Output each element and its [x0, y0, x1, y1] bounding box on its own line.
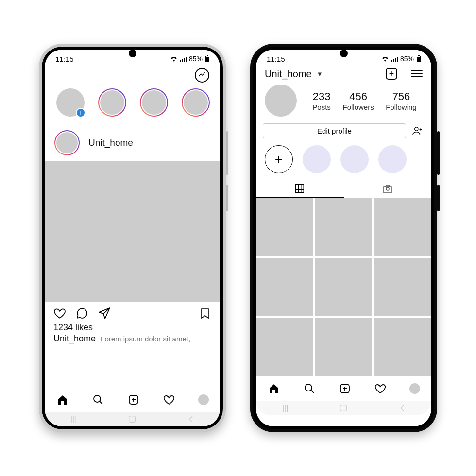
post-grid	[256, 198, 431, 376]
story-item[interactable]	[182, 88, 210, 117]
comment-icon[interactable]	[76, 307, 88, 320]
search-icon[interactable]	[303, 382, 316, 395]
caption-text: Lorem ipsum dolor sit amet,	[101, 335, 190, 343]
create-icon[interactable]	[339, 382, 351, 395]
bookmark-icon[interactable]	[199, 307, 211, 320]
highlight-item[interactable]	[378, 145, 407, 173]
grid-cell[interactable]	[256, 318, 313, 376]
grid-cell[interactable]	[256, 258, 313, 316]
stat-posts[interactable]: 233 Posts	[312, 90, 331, 111]
signal-icon	[391, 56, 398, 62]
stat-following[interactable]: 756 Following	[386, 90, 416, 111]
profile-stats: 233 Posts 456 Followers 756 Following	[256, 85, 431, 123]
tagged-tab[interactable]	[344, 180, 432, 198]
posts-count: 233	[312, 90, 331, 103]
menu-icon[interactable]	[411, 70, 423, 77]
edit-profile-button[interactable]: Edit profile	[263, 123, 406, 138]
highlight-item[interactable]	[340, 145, 369, 173]
stories-row: +	[45, 86, 220, 125]
back-button[interactable]	[181, 416, 201, 423]
post-caption: Unit_home Lorem ipsum dolor sit amet,	[45, 333, 220, 348]
svg-rect-5	[129, 416, 136, 423]
following-count: 756	[386, 90, 416, 103]
following-label: Following	[386, 103, 416, 111]
discover-people-icon[interactable]	[411, 126, 425, 136]
home-icon[interactable]	[56, 393, 69, 406]
front-camera	[129, 50, 136, 57]
wifi-icon	[381, 56, 389, 62]
post-avatar[interactable]	[54, 130, 80, 155]
power-button[interactable]	[437, 185, 440, 211]
create-icon[interactable]	[127, 393, 140, 406]
status-time: 11:15	[55, 55, 74, 63]
svg-point-6	[305, 384, 312, 391]
svg-line-1	[100, 401, 102, 404]
activity-icon[interactable]	[163, 393, 175, 406]
posts-label: Posts	[312, 103, 331, 111]
grid-tab[interactable]	[256, 180, 344, 198]
chevron-down-icon[interactable]: ▼	[317, 70, 323, 78]
recents-button[interactable]: |||	[64, 415, 84, 424]
grid-cell[interactable]	[256, 198, 313, 256]
battery-icon	[417, 56, 421, 62]
volume-button[interactable]	[226, 131, 228, 175]
post-header[interactable]: Unit_home	[45, 125, 220, 161]
grid-cell[interactable]	[315, 198, 373, 256]
status-time: 11:15	[267, 55, 285, 63]
story-item[interactable]	[98, 88, 126, 117]
highlights-row: +	[256, 145, 431, 180]
profile-tabs	[256, 180, 431, 198]
followers-label: Followers	[342, 103, 374, 111]
profile-header: Unit_home ▼ +	[256, 66, 431, 85]
home-button[interactable]	[122, 415, 142, 423]
profile-tab-avatar[interactable]	[409, 383, 420, 394]
bottom-nav	[45, 388, 220, 412]
activity-icon[interactable]	[374, 382, 387, 395]
like-icon[interactable]	[53, 307, 66, 320]
battery-percent: 85%	[189, 55, 203, 63]
front-camera	[340, 50, 348, 57]
grid-cell[interactable]	[315, 258, 373, 316]
post-username[interactable]: Unit_home	[88, 137, 133, 148]
volume-button[interactable]	[437, 131, 440, 175]
stat-followers[interactable]: 456 Followers	[342, 90, 374, 111]
post-image[interactable]	[45, 161, 220, 302]
battery-percent: 85%	[400, 55, 414, 63]
profile-avatar[interactable]	[265, 85, 297, 117]
svg-line-7	[311, 390, 314, 393]
profile-username[interactable]: Unit_home	[265, 68, 312, 80]
add-highlight[interactable]: +	[265, 145, 293, 173]
grid-cell[interactable]	[374, 318, 431, 376]
grid-cell[interactable]	[315, 318, 373, 376]
home-button[interactable]	[334, 404, 353, 412]
followers-count: 456	[342, 90, 374, 103]
messenger-icon[interactable]	[195, 68, 209, 83]
system-nav: |||	[256, 401, 431, 415]
wifi-icon	[170, 56, 178, 62]
home-icon[interactable]	[268, 382, 280, 395]
grid-cell[interactable]	[374, 198, 431, 256]
svg-rect-11	[340, 405, 347, 411]
phone-feed-mockup: 11:15 85% +	[39, 44, 226, 432]
story-item[interactable]	[140, 88, 168, 117]
svg-point-0	[94, 395, 101, 402]
system-nav: |||	[45, 412, 220, 426]
recents-button[interactable]: |||	[275, 404, 295, 412]
power-button[interactable]	[226, 185, 228, 211]
your-story[interactable]: +	[56, 88, 85, 117]
post-actions	[45, 302, 220, 323]
caption-username[interactable]: Unit_home	[53, 334, 96, 344]
grid-cell[interactable]	[374, 258, 431, 316]
signal-icon	[180, 56, 187, 62]
create-post-icon[interactable]: +	[386, 68, 397, 80]
search-icon[interactable]	[92, 393, 104, 406]
add-story-icon[interactable]: +	[76, 108, 85, 118]
profile-tab-avatar[interactable]	[198, 394, 209, 405]
battery-icon	[205, 56, 209, 62]
highlight-item[interactable]	[303, 145, 331, 173]
bottom-nav	[256, 376, 431, 401]
back-button[interactable]	[392, 405, 412, 411]
phone-profile-mockup: 11:15 85% Unit_home ▼ +	[250, 44, 437, 432]
likes-count[interactable]: 1234 likes	[45, 323, 220, 333]
share-icon[interactable]	[98, 307, 111, 320]
